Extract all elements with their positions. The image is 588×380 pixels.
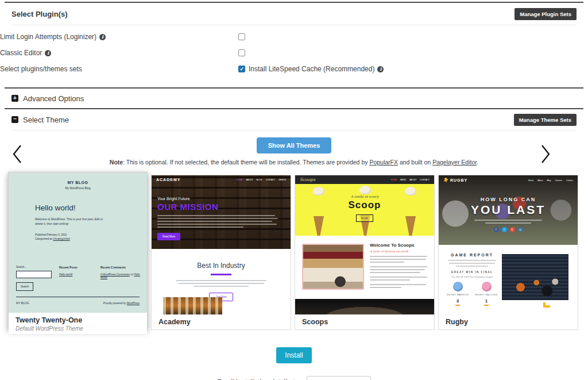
tt1-footer-site: MY BLOG — [16, 301, 29, 305]
theme-card-academy[interactable]: ACADEMY HOME ABOUT BLOG CONTACT DEMOS Yo… — [151, 175, 291, 330]
rugby-logo: RUGBY — [443, 178, 467, 183]
plugin-row-loginizer: Limit Login Attempts (Loginizer) i — [0, 29, 588, 45]
expand-plus-icon[interactable]: + — [11, 95, 18, 102]
carousel-next-button[interactable] — [540, 144, 551, 166]
tt1-footer-credit: Proudly powered by WordPress — [103, 302, 140, 305]
scoops-hero: A smile in every Scoop MORE — [295, 184, 434, 236]
manage-theme-sets-button[interactable]: Manage Theme Sets — [514, 114, 577, 126]
academy-hero: ACADEMY HOME ABOUT BLOG CONTACT DEMOS Yo… — [152, 175, 291, 249]
advanced-options-title: Advanced Options — [23, 94, 84, 103]
runner-icon — [443, 178, 448, 183]
note-text: and built on — [398, 159, 432, 166]
manage-plugin-sets-button[interactable]: Manage Plugin Sets — [514, 8, 577, 20]
select-theme-title: Select Theme — [23, 116, 69, 124]
advanced-options-toggle[interactable]: + Advanced Options — [0, 89, 588, 108]
loginizer-checkbox[interactable] — [238, 33, 245, 40]
tt1-recent-post-link: Hello world! — [59, 273, 73, 276]
info-icon[interactable]: i — [99, 34, 106, 40]
divider — [11, 130, 577, 130]
tt1-tagline: My WordPress Blog — [9, 186, 147, 190]
team2-name: MIGHTY FALCONS — [474, 294, 499, 296]
note-text: : This is optional. If not selected, the… — [123, 159, 369, 166]
email-details-input[interactable] — [307, 376, 371, 380]
show-all-themes-button[interactable]: Show All Themes — [257, 137, 332, 153]
rugby-social-icons: f t G ◎ — [439, 227, 578, 232]
rugby-match-photo — [502, 254, 568, 300]
placeholder-text-block — [447, 260, 497, 267]
plugin-row-classic-editor: Classic Editor i — [0, 45, 588, 61]
placeholder-text-block — [474, 220, 543, 224]
academy-logo: ACADEMY — [156, 178, 180, 182]
scoops-preview: Scoops HOME MENU ABOUT CONTACT A smile i… — [295, 175, 434, 314]
tt1-site-title: MY BLOG — [9, 181, 147, 185]
scoops-welcome-title: Welcome To Scoops — [370, 243, 428, 248]
litespeed-label: Install LiteSpeed Cache (Recommended) — [249, 65, 374, 73]
academy-hero-title: OUR MISSION — [157, 202, 291, 212]
tt1-search-input — [16, 271, 52, 278]
twitter-icon: t — [502, 227, 507, 232]
select-plugins-title: Select Plugin(s) — [11, 10, 68, 18]
scoops-nav: HOME MENU ABOUT CONTACT — [390, 179, 430, 181]
tt1-recent-comments-title: Recent Comments — [100, 266, 141, 269]
scoops-welcome-section: Welcome To Scoops A taste of heaven on e… — [295, 236, 434, 299]
tt1-published: Published February 3, 2021 — [35, 233, 110, 237]
note-text: . — [477, 159, 478, 166]
install-button[interactable]: Install — [276, 347, 311, 363]
rugby-report-date: Tue, Nov 18, 2020 The Champions League — [443, 276, 501, 278]
theme-cards: MY BLOG My WordPress Blog Hello world! W… — [0, 175, 588, 330]
rugby-hero-line2: YOU LAST — [439, 203, 578, 217]
info-icon[interactable]: i — [45, 50, 51, 56]
tt1-post-body: Welcome to WordPress. This is your first… — [35, 217, 110, 226]
placeholder-text-block — [175, 280, 267, 287]
scoops-navbar: Scoops HOME MENU ABOUT CONTACT — [295, 175, 434, 184]
rugby-report-section: GAME REPORT GREAT WIN IN FINAL Tue, Nov … — [439, 245, 578, 314]
academy-section-title: Best In Industry — [152, 262, 291, 270]
pagelayer-editor-link[interactable]: Pagelayer Editor — [432, 159, 477, 166]
plugin-label-loginizer: Limit Login Attempts (Loginizer) — [0, 33, 96, 41]
tt1-recent-comment: A WordPress Commenter on Hello world! — [100, 273, 141, 279]
carousel-prev-button[interactable] — [11, 144, 23, 166]
scoops-bottom-photo — [295, 299, 434, 314]
select-plugins-section: Select Plugin(s) Manage Plugin Sets — [0, 3, 588, 25]
rugby-report-subtitle: GREAT WIN IN FINAL — [443, 271, 501, 274]
chevron-right-icon — [540, 144, 551, 164]
plugin-label-classic-editor: Classic Editor — [0, 49, 42, 57]
team1-avatar — [453, 282, 463, 291]
scoops-hero-title: Scoop — [295, 199, 434, 211]
scoops-cart-photo — [302, 244, 364, 290]
plugin-row-sets: Select plugins/themes sets Install LiteS… — [0, 61, 588, 77]
plugin-options: Limit Login Attempts (Loginizer) i Class… — [0, 25, 588, 79]
classic-editor-checkbox[interactable] — [238, 49, 245, 56]
tt1-search-label: Search... — [16, 266, 59, 268]
theme-note: Note: This is optional. If not selected,… — [0, 159, 588, 166]
academy-read-more-button: Read More — [157, 233, 180, 240]
tt1-search-button: Search — [16, 282, 33, 291]
collapse-minus-icon[interactable]: – — [11, 116, 18, 123]
scoops-more-button: MORE — [356, 214, 373, 222]
plugin-label-sets: Select plugins/themes sets — [0, 65, 82, 73]
theme-card-twenty-twenty-one[interactable]: MY BLOG My WordPress Blog Hello world! W… — [8, 172, 148, 330]
theme-carousel: Show All Themes Note: This is optional. … — [0, 137, 588, 166]
select-theme-header: – Select Theme Manage Theme Sets — [0, 109, 588, 130]
placeholder-text-block — [157, 215, 285, 228]
tt1-categorized: Categorized as Uncategorized — [35, 237, 110, 241]
info-icon[interactable]: i — [377, 66, 384, 72]
facebook-icon: f — [494, 227, 499, 232]
instagram-icon: ◎ — [518, 227, 523, 232]
team2-avatar — [482, 282, 492, 291]
theme-card-scoops[interactable]: Scoops HOME MENU ABOUT CONTACT A smile i… — [295, 175, 435, 330]
popularfx-link[interactable]: PopularFX — [369, 159, 398, 166]
theme-card-rugby[interactable]: RUGBY Home About Blog Classes Contact HO… — [438, 175, 578, 330]
team1-score: 3 — [445, 298, 470, 306]
accent-underline — [211, 274, 231, 275]
note-label: Note — [110, 159, 123, 166]
yellow-corner-accent — [543, 302, 550, 308]
scoops-logo: Scoops — [300, 177, 315, 182]
tt1-post-title: Hello world! — [35, 204, 110, 212]
theme-name: Rugby — [446, 318, 571, 326]
academy-section: Best In Industry Join Now — [152, 249, 291, 301]
theme-name: Academy — [158, 318, 284, 326]
academy-nav: HOME ABOUT BLOG CONTACT DEMOS — [237, 179, 286, 181]
scoops-welcome-script: A taste of heaven on earth — [370, 250, 428, 253]
litespeed-checkbox[interactable] — [238, 66, 245, 72]
